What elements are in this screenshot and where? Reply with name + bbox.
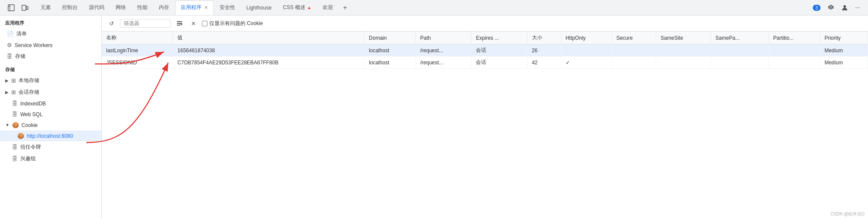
tab-security[interactable]: 安全性 <box>214 0 240 15</box>
sidebar-section-app: 应用程序 <box>0 16 101 28</box>
col-secure: Secure <box>612 32 656 44</box>
tab-bar: 元素 控制台 源代码 网络 性能 内存 应用程序 ✕ 安全性 Lighthous… <box>0 0 868 16</box>
col-priority: Priority <box>820 32 868 44</box>
table-row[interactable]: JSESSIONID C7DB7854F4AE29D53FEE28EBA67FF… <box>102 57 868 69</box>
tab-memory[interactable]: 内存 <box>154 0 174 15</box>
filter-checkbox[interactable] <box>202 21 208 26</box>
watermark: CSDN @程序员O <box>830 211 865 217</box>
table-body: lastLoginTime 1656461874038 localhost /r… <box>102 44 868 69</box>
cell-priority: Medium <box>820 57 868 69</box>
tab-close-icon[interactable]: ✕ <box>204 5 208 10</box>
col-path: Path <box>415 32 471 44</box>
cell-value: C7DB7854F4AE29D53FEE28EBA67FF80B <box>173 57 365 69</box>
sidebar-item-cookie[interactable]: ▼ 🍪 Cookie <box>0 120 101 130</box>
sidebar-item-manifest[interactable]: 📄 清单 <box>0 28 101 40</box>
cell-domain: localhost <box>365 57 416 69</box>
delete-button[interactable]: ✕ <box>188 18 198 29</box>
cell-path: /request... <box>415 44 471 57</box>
sidebar-item-indexeddb[interactable]: 🗄 IndexedDB <box>0 98 101 109</box>
col-size: 大小 <box>527 32 561 44</box>
tab-sources[interactable]: 源代码 <box>84 0 110 15</box>
col-partitio: Partitio... <box>769 32 820 44</box>
more-options-button[interactable]: ⋯ <box>852 3 863 13</box>
tab-lighthouse[interactable]: Lighthouse <box>241 0 277 15</box>
trust-tokens-icon: 🗄 <box>12 144 18 150</box>
cell-path: /request... <box>415 57 471 69</box>
cell-samepa <box>711 57 769 69</box>
sidebar-item-interest-groups[interactable]: 🗄 兴趣组 <box>0 153 101 165</box>
sidebar-item-session-storage[interactable]: ▶ ⊞ 会话存储 <box>0 86 101 98</box>
devtools-icons <box>2 2 35 14</box>
service-workers-icon: ⚙ <box>7 42 12 48</box>
sidebar-section-storage: 存储 <box>0 62 101 75</box>
storage-icon: 🗄 <box>7 53 13 60</box>
sidebar-item-storage[interactable]: 🗄 存储 <box>0 51 101 62</box>
cell-name: lastLoginTime <box>102 44 173 57</box>
sidebar: 应用程序 📄 清单 ⚙ Service Workers 🗄 存储 存储 ▶ ⊞ … <box>0 16 102 219</box>
clear-cookies-button[interactable] <box>174 18 185 29</box>
sidebar-item-local-storage[interactable]: ▶ ⊞ 本地存储 <box>0 75 101 86</box>
svg-rect-7 <box>177 23 182 24</box>
cell-httponly <box>561 44 612 57</box>
filter-input[interactable] <box>124 20 167 26</box>
local-storage-icon: ⊞ <box>11 77 16 84</box>
col-expires: Expires ... <box>472 32 527 44</box>
sidebar-item-websql[interactable]: 🗄 Web SQL <box>0 109 101 120</box>
cell-name: JSESSIONID <box>102 57 173 69</box>
cell-size: 26 <box>527 44 561 57</box>
websql-icon: 🗄 <box>12 111 18 117</box>
expand-arrow-session: ▶ <box>5 90 9 95</box>
cell-secure <box>612 57 656 69</box>
svg-point-5 <box>843 5 846 8</box>
filter-checkbox-label[interactable]: 仅显示有问题的 Cookie <box>202 20 263 27</box>
right-panel: ↺ ✕ 仅显示有问题的 Cookie <box>102 16 868 219</box>
sidebar-item-localhost[interactable]: 🍪 http://localhost:8080 <box>0 130 101 141</box>
add-tab-button[interactable]: + <box>339 2 351 14</box>
interest-groups-icon: 🗄 <box>12 156 18 162</box>
expand-arrow-local: ▶ <box>5 78 9 83</box>
svg-rect-0 <box>8 5 14 11</box>
refresh-button[interactable]: ↺ <box>106 18 116 29</box>
sidebar-item-service-workers[interactable]: ⚙ Service Workers <box>0 40 101 51</box>
device-icon[interactable] <box>19 2 31 14</box>
svg-rect-8 <box>177 25 180 25</box>
col-samesite: SameSite <box>656 32 711 44</box>
tab-bar-right: 3 ⋯ <box>810 3 866 13</box>
cell-priority: Medium <box>820 44 868 57</box>
cookie-table-container: 名称 值 Domain Path Expires ... 大小 HttpOnly… <box>102 32 868 219</box>
localhost-icon: 🍪 <box>17 133 24 139</box>
cookie-table: 名称 值 Domain Path Expires ... 大小 HttpOnly… <box>102 32 868 69</box>
sidebar-item-trust-tokens[interactable]: 🗄 信任令牌 <box>0 141 101 153</box>
svg-rect-3 <box>22 5 26 10</box>
cell-samesite <box>656 57 711 69</box>
notification-badge: 3 <box>813 5 821 11</box>
notification-button[interactable]: 3 <box>810 3 823 13</box>
tab-network[interactable]: 网络 <box>110 0 131 15</box>
cell-domain: localhost <box>365 44 416 57</box>
cell-partitio <box>769 44 820 57</box>
table-header: 名称 值 Domain Path Expires ... 大小 HttpOnly… <box>102 32 868 44</box>
col-value: 值 <box>173 32 365 44</box>
tab-welcome[interactable]: 欢迎 <box>318 0 338 15</box>
tab-css-overview[interactable]: CSS 概述 ▲ <box>278 0 317 15</box>
tab-performance[interactable]: 性能 <box>132 0 153 15</box>
tab-application[interactable]: 应用程序 ✕ <box>175 0 214 15</box>
inspect-icon[interactable] <box>5 2 17 14</box>
col-samepa: SamePa... <box>711 32 769 44</box>
cell-httponly: ✓ <box>561 57 612 69</box>
cookie-icon: 🍪 <box>12 122 19 128</box>
cell-size: 42 <box>527 57 561 69</box>
expand-arrow-cookie: ▼ <box>5 123 9 127</box>
tab-elements[interactable]: 元素 <box>35 0 56 15</box>
cell-value: 1656461874038 <box>173 44 365 57</box>
svg-rect-4 <box>26 6 28 10</box>
cell-expires: 会话 <box>472 44 527 57</box>
cell-samesite <box>656 44 711 57</box>
cell-partitio <box>769 57 820 69</box>
settings-button[interactable] <box>825 3 837 13</box>
col-httponly: HttpOnly <box>561 32 612 44</box>
table-row[interactable]: lastLoginTime 1656461874038 localhost /r… <box>102 44 868 57</box>
profile-button[interactable] <box>839 3 851 13</box>
tab-console[interactable]: 控制台 <box>57 0 83 15</box>
filter-wrapper <box>120 19 171 28</box>
